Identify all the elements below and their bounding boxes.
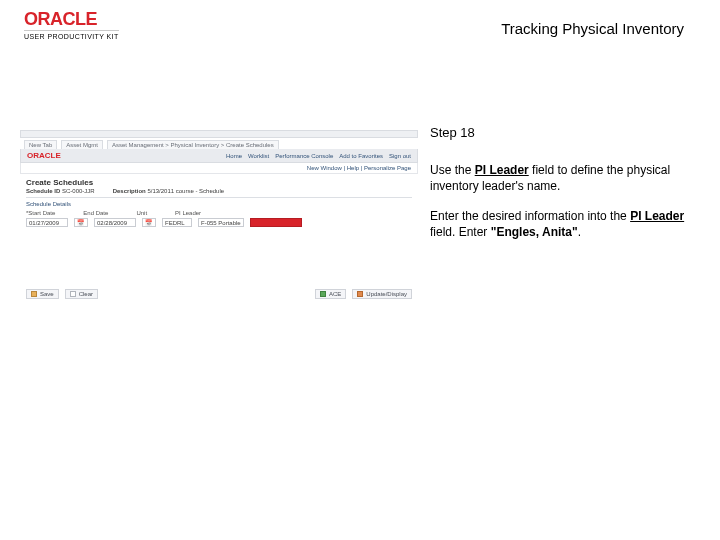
screenshot-region: New Tab Asset Mgmt Asset Management > Ph… xyxy=(20,130,418,299)
page-title: Tracking Physical Inventory xyxy=(501,20,684,37)
save-button[interactable]: Save xyxy=(26,289,59,299)
pi-leader-label: PI Leader xyxy=(175,210,201,216)
description-value: 5/13/2011 course - Schedule xyxy=(147,188,224,194)
ace-button[interactable]: ACE xyxy=(315,289,346,299)
entry-value: "Engles, Anita" xyxy=(491,225,578,239)
utility-links[interactable]: New Window | Help | Personalize Page xyxy=(20,163,418,174)
browser-tab[interactable]: New Tab xyxy=(24,140,57,149)
nav-links: Home Worklist Performance Console Add to… xyxy=(226,153,411,159)
unit-label: Unit xyxy=(136,210,147,216)
browser-tab-strip: New Tab Asset Mgmt Asset Management > Ph… xyxy=(20,138,418,149)
brand-block: ORACLE USER PRODUCTIVITY KIT xyxy=(24,10,119,40)
column-labels: *Start Date End Date Unit PI Leader xyxy=(20,209,418,216)
calendar-icon[interactable]: 📅 xyxy=(74,218,88,227)
brand-logo: ORACLE xyxy=(24,10,119,28)
footer-buttons: Save Clear ACE Update/Display xyxy=(20,287,418,299)
page-heading-row: Create Schedules xyxy=(20,174,418,187)
nav-link-worklist[interactable]: Worklist xyxy=(248,153,269,159)
nav-link-signout[interactable]: Sign out xyxy=(389,153,411,159)
clear-icon xyxy=(70,291,76,297)
instruction-paragraph-1: Use the PI Leader field to define the ph… xyxy=(430,162,688,194)
schedule-id-label: Schedule ID xyxy=(26,188,60,194)
refresh-icon xyxy=(357,291,363,297)
brand-subtitle: USER PRODUCTIVITY KIT xyxy=(24,30,119,40)
browser-tab[interactable]: Asset Management > Physical Inventory > … xyxy=(107,140,279,149)
clear-button[interactable]: Clear xyxy=(65,289,98,299)
pi-leader-term: PI Leader xyxy=(630,209,684,223)
schedule-id-row: Schedule ID SC-000-JJR Description 5/13/… xyxy=(20,187,418,197)
data-row: 01/27/2009 📅 02/28/2009 📅 FEDRL F-055 Po… xyxy=(20,216,418,231)
nav-link-performance[interactable]: Performance Console xyxy=(275,153,333,159)
end-date-label: End Date xyxy=(83,210,108,216)
app-logo: ORACLE xyxy=(27,151,61,160)
check-icon xyxy=(320,291,326,297)
window-titlebar xyxy=(20,130,418,138)
end-date-field[interactable]: 02/28/2009 xyxy=(94,218,136,227)
start-date-field[interactable]: 01/27/2009 xyxy=(26,218,68,227)
section-header: Schedule Details xyxy=(26,197,412,209)
instruction-paragraph-2: Enter the desired information into the P… xyxy=(430,208,688,240)
nav-link-favorites[interactable]: Add to Favorites xyxy=(339,153,383,159)
browser-tab[interactable]: Asset Mgmt xyxy=(61,140,103,149)
update-display-button[interactable]: Update/Display xyxy=(352,289,412,299)
nav-link-home[interactable]: Home xyxy=(226,153,242,159)
app-navbar: ORACLE Home Worklist Performance Console… xyxy=(20,149,418,163)
pi-leader-term: PI Leader xyxy=(475,163,529,177)
instruction-panel: Step 18 Use the PI Leader field to defin… xyxy=(430,124,688,254)
schedule-id-value: SC-000-JJR xyxy=(62,188,95,194)
pi-leader-field[interactable] xyxy=(250,218,302,227)
start-date-label: *Start Date xyxy=(26,210,55,216)
blank-area xyxy=(20,231,418,287)
unit-field[interactable]: FEDRL xyxy=(162,218,192,227)
calendar-icon[interactable]: 📅 xyxy=(142,218,156,227)
step-label: Step 18 xyxy=(430,124,688,142)
page-heading: Create Schedules xyxy=(26,178,93,187)
save-icon xyxy=(31,291,37,297)
description-label: Description xyxy=(113,188,146,194)
asset-code-field[interactable]: F-055 Portable xyxy=(198,218,244,227)
